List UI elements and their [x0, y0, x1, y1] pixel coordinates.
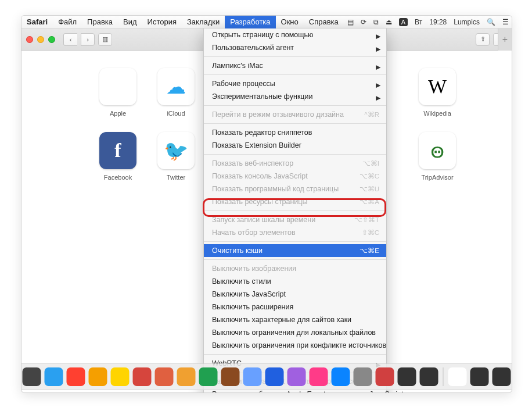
submenu-arrow-icon: ▶ — [376, 80, 380, 90]
dock-app-icon[interactable] — [470, 367, 489, 386]
forward-button[interactable]: › — [81, 33, 95, 46]
zoom-window-button[interactable] — [48, 36, 55, 43]
favorite-label: iCloud — [155, 110, 197, 117]
menu-item[interactable]: Выключить стили — [204, 275, 386, 288]
disk-icon[interactable]: ▤ — [344, 18, 357, 26]
dock-app-icon[interactable] — [332, 367, 350, 386]
dock — [21, 363, 512, 390]
menu-file[interactable]: Файл — [53, 16, 82, 28]
dock-app-icon[interactable] — [177, 367, 196, 386]
develop-menu-dropdown: Открыть страницу с помощью▶Пользовательс… — [203, 28, 387, 393]
dock-app-icon[interactable] — [376, 367, 394, 386]
language-indicator[interactable]: А — [396, 18, 411, 26]
shortcut-label: ⌥⌘I — [362, 159, 379, 168]
dock-app-icon[interactable] — [67, 367, 85, 386]
menu-item[interactable]: Открыть страницу с помощью▶ — [204, 28, 386, 41]
favorite-label: TripAdvisor — [416, 174, 458, 181]
dock-app-icon[interactable] — [111, 367, 130, 386]
menu-item: Показать консоль JavaScript⌥⌘C — [204, 170, 386, 183]
window-controls — [26, 36, 55, 43]
dock-app-icon[interactable] — [243, 367, 262, 386]
favorite-label: Apple — [97, 110, 139, 117]
spotlight-icon[interactable]: 🔍 — [483, 18, 499, 26]
menu-item: Выключить изображения — [204, 262, 386, 275]
shortcut-label: ⌥⌘A — [360, 197, 379, 206]
airplay-icon[interactable]: ⧉ — [370, 18, 382, 26]
dock-app-icon[interactable] — [199, 367, 218, 386]
menu-item[interactable]: Выключить расширения — [204, 301, 386, 313]
favorite-apple[interactable]: Apple — [97, 68, 139, 117]
wikipedia-icon: W — [419, 68, 456, 105]
menu-item[interactable]: Показать редактор сниппетов — [204, 126, 386, 139]
menu-item[interactable]: Лампикс's iMac▶ — [204, 59, 386, 72]
menu-item[interactable]: Выключить JavaScript — [204, 288, 386, 301]
tripadvisor-icon: ꙫ — [419, 132, 456, 169]
dock-app-icon[interactable] — [265, 367, 284, 386]
dock-app-icon[interactable] — [133, 367, 152, 386]
shortcut-label: ⇧⌘C — [362, 228, 379, 237]
eject-icon[interactable]: ⏏ — [382, 18, 396, 26]
menu-item: Запуск записи шкалы времени⌥⇧⌘T — [204, 213, 386, 226]
app-menu[interactable]: Safari — [21, 16, 53, 28]
dock-app-icon[interactable] — [398, 367, 416, 386]
favorite-tripadvisor[interactable]: ꙫ TripAdvisor — [416, 132, 458, 181]
menu-item: Показать веб-инспектор⌥⌘I — [204, 157, 386, 170]
menu-develop[interactable]: Разработка — [225, 16, 275, 28]
menu-bookmarks[interactable]: Закладки — [182, 16, 225, 28]
notification-center-icon[interactable]: ☰ — [499, 18, 512, 26]
favorite-wikipedia[interactable]: W Wikipedia — [416, 68, 458, 117]
menu-item[interactable]: Выключить характерные для сайтов хаки — [204, 313, 386, 326]
menu-item[interactable]: Показать Extension Builder — [204, 139, 386, 152]
safari-window: Safari Файл Правка Вид История Закладки … — [21, 15, 512, 393]
menu-item[interactable]: Выключить ограничения для локальных файл… — [204, 326, 386, 339]
menu-history[interactable]: История — [142, 16, 182, 28]
shortcut-label: ⌥⌘U — [360, 184, 379, 194]
favorite-icloud[interactable]: ☁ iCloud — [155, 68, 197, 117]
dock-app-icon[interactable] — [89, 367, 107, 386]
menu-item[interactable]: Пользовательский агент▶ — [204, 41, 386, 54]
favorite-facebook[interactable]: f Facebook — [97, 132, 139, 181]
apple-icon — [99, 68, 136, 105]
shortcut-label: ⌥⌘C — [360, 172, 379, 181]
shortcut-label: ⌥⌘E — [360, 246, 379, 255]
dock-app-icon[interactable] — [354, 367, 372, 386]
menu-item: Показать программный код страницы⌥⌘U — [204, 183, 386, 195]
menu-item: Показать ресурсы страницы⌥⌘A — [204, 195, 386, 208]
dock-app-icon[interactable] — [221, 367, 240, 386]
dock-app-icon[interactable] — [420, 367, 438, 386]
clock-time[interactable]: 19:28 — [426, 18, 450, 26]
menu-help[interactable]: Справка — [304, 16, 344, 28]
menu-item[interactable]: Очистить кэши⌥⌘E — [204, 244, 386, 257]
minimize-window-button[interactable] — [37, 36, 44, 43]
menu-item[interactable]: Выключить ограничения при конфликте исто… — [204, 339, 386, 352]
dock-app-icon[interactable] — [23, 367, 41, 386]
favorite-label: Wikipedia — [416, 110, 458, 117]
dock-app-icon[interactable] — [310, 367, 328, 386]
shortcut-label: ⌥⇧⌘T — [354, 215, 379, 224]
facebook-icon: f — [99, 132, 136, 169]
menu-item[interactable]: Рабочие процессы▶ — [204, 77, 386, 90]
sidebar-button[interactable]: ▥ — [98, 33, 112, 46]
share-button[interactable]: ⇪ — [476, 33, 490, 46]
dock-app-icon[interactable] — [45, 367, 63, 386]
menu-edit[interactable]: Правка — [82, 16, 118, 28]
menubar: Safari Файл Правка Вид История Закладки … — [21, 16, 512, 28]
shortcut-label: ^⌘R — [364, 110, 379, 119]
menu-view[interactable]: Вид — [118, 16, 142, 28]
clock-day[interactable]: Вт — [411, 18, 426, 26]
submenu-arrow-icon: ▶ — [376, 93, 380, 102]
favorite-twitter[interactable]: 🐦 Twitter — [155, 132, 197, 181]
user-name[interactable]: Lumpics — [450, 18, 483, 26]
dock-app-icon[interactable] — [493, 367, 511, 386]
menu-item[interactable]: Экспериментальные функции▶ — [204, 90, 386, 103]
timemachine-icon[interactable]: ⟳ — [357, 18, 370, 26]
menu-item: Начать отбор элементов⇧⌘C — [204, 226, 386, 239]
back-button[interactable]: ‹ — [63, 33, 77, 46]
new-tab-button[interactable]: + — [498, 28, 512, 51]
dock-app-icon[interactable] — [155, 367, 174, 386]
twitter-icon: 🐦 — [157, 132, 195, 169]
dock-app-icon[interactable] — [287, 367, 306, 386]
dock-app-icon[interactable] — [448, 367, 467, 386]
menu-window[interactable]: Окно — [276, 16, 304, 28]
close-window-button[interactable] — [26, 36, 33, 43]
